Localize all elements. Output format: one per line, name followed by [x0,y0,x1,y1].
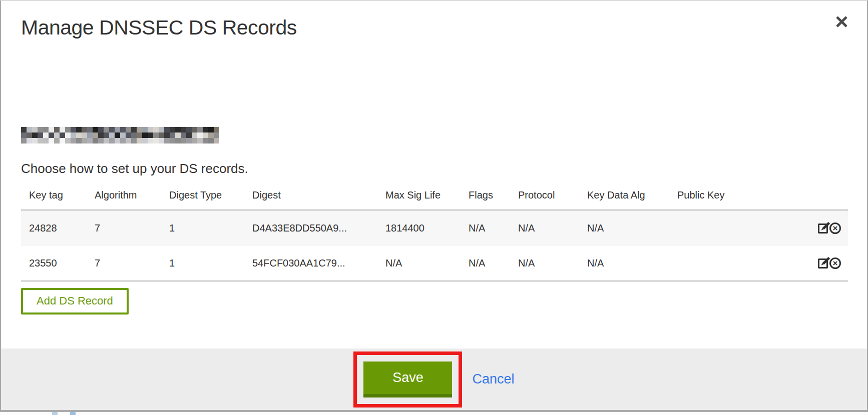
cell-key-data-alg: N/A [579,210,669,246]
column-header-flags: Flags [461,188,510,210]
column-header-protocol: Protocol [510,188,579,210]
delete-record-icon[interactable]: × [829,222,841,234]
background-fragment [70,412,76,415]
cell-actions: × [774,210,848,246]
cancel-link[interactable]: Cancel [472,372,514,387]
close-icon[interactable] [834,14,849,29]
cell-digest-type: 1 [161,246,244,281]
dialog-footer: Save Cancel [1,348,867,410]
ds-records-table: Key tag Algorithm Digest Type Digest Max… [21,188,848,282]
manage-dnssec-dialog: Manage DNSSEC DS Records Choose how to s… [0,0,868,412]
cell-key-tag: 23550 [21,246,87,281]
delete-record-icon[interactable]: × [829,258,841,269]
cell-public-key [669,246,774,281]
cell-key-tag: 24828 [21,210,87,246]
cell-max-sig-life: 1814400 [377,210,461,246]
background-fragment [52,412,58,415]
cell-protocol: N/A [510,246,579,281]
column-header-algorithm: Algorithm [87,188,161,210]
pencil-glyph [822,256,830,264]
column-header-actions [774,188,848,210]
cell-flags: N/A [461,246,510,281]
save-button-highlight-annotation: Save [353,352,462,408]
cell-digest-type: 1 [161,210,244,246]
cell-digest: D4A33E8DD550A9... [244,210,377,246]
cell-algorithm: 7 [87,246,161,281]
cell-algorithm: 7 [87,210,161,246]
add-ds-record-button[interactable]: Add DS Record [21,288,129,314]
cell-public-key [669,210,774,246]
table-row: 23550 7 1 54FCF030AA1C79... N/A N/A N/A … [21,246,848,281]
cell-protocol: N/A [510,210,579,246]
save-button[interactable]: Save [363,362,452,398]
column-header-digest-type: Digest Type [161,188,244,210]
column-header-key-data-alg: Key Data Alg [579,188,669,210]
dialog-subtitle: Choose how to set up your DS records. [21,160,847,177]
cell-flags: N/A [461,210,510,246]
cell-actions: × [774,246,848,281]
column-header-max-sig-life: Max Sig Life [377,188,461,210]
cell-key-data-alg: N/A [579,246,669,281]
redacted-domain-name [21,127,219,144]
edit-record-icon[interactable] [818,224,828,234]
background-page-bleed [0,412,868,415]
table-header-row: Key tag Algorithm Digest Type Digest Max… [21,188,848,210]
pencil-glyph [822,222,830,230]
column-header-key-tag: Key tag [21,188,87,210]
edit-record-icon[interactable] [818,258,828,268]
dialog-title: Manage DNSSEC DS Records [21,15,847,40]
table-row: 24828 7 1 D4A33E8DD550A9... 1814400 N/A … [21,210,848,246]
column-header-digest: Digest [244,188,377,210]
cell-max-sig-life: N/A [377,246,461,281]
cell-digest: 54FCF030AA1C79... [244,246,377,281]
column-header-public-key: Public Key [669,188,774,210]
